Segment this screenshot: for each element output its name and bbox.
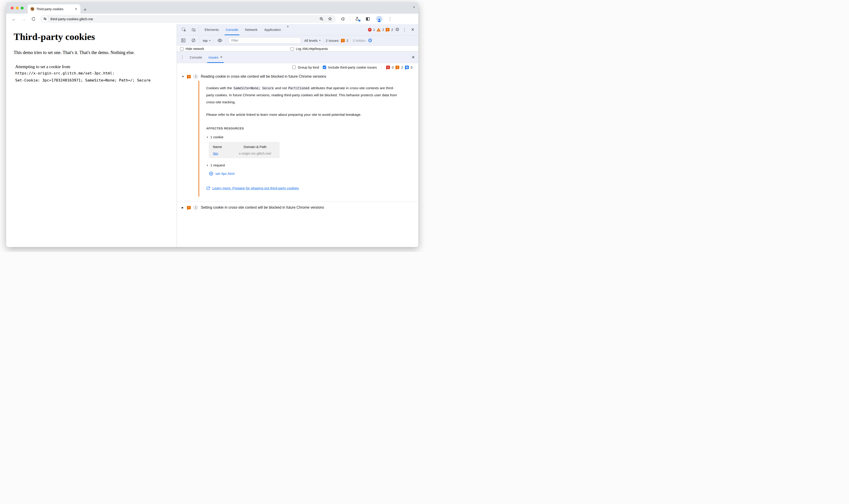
issue-title: Reading cookie in cross-site context wil…	[201, 74, 326, 78]
filter-input[interactable]	[229, 37, 301, 44]
minimize-window-button[interactable]	[16, 6, 19, 10]
drawer-menu-icon[interactable]: ⋮	[178, 55, 187, 60]
device-toolbar-icon[interactable]	[189, 27, 198, 32]
issue-row-reading-cookie[interactable]: ▼ ! 1 Reading cookie in cross-site conte…	[177, 71, 418, 81]
breaking-change-icon: !	[187, 206, 191, 209]
checkbox-icon[interactable]	[180, 47, 183, 51]
profile-avatar[interactable]	[374, 16, 385, 22]
webpage-viewport: Third-party cookies This demo tries to s…	[6, 24, 177, 247]
url-bar[interactable]: third-party-cookies.glitch.me	[40, 15, 336, 23]
console-toolbar-divider4	[323, 37, 324, 43]
tab-title: Third-party cookies	[36, 7, 72, 11]
checkbox-icon[interactable]	[292, 66, 296, 69]
context-selector[interactable]: top ▾	[202, 39, 211, 42]
hide-network-checkbox[interactable]: Hide network	[180, 47, 204, 51]
chevron-down-icon: ▾	[209, 39, 211, 42]
group-by-kind-checkbox[interactable]: Group by kind	[292, 66, 319, 69]
browser-tab[interactable]: Third-party cookies ×	[28, 4, 81, 14]
issue-detail-body: Cookies with the SameSite=None; Secure a…	[198, 81, 410, 197]
drawer-tab-issues[interactable]: Issues ×	[205, 52, 226, 63]
hide-network-label: Hide network	[185, 47, 204, 51]
issues-icon: !	[386, 28, 390, 31]
include-third-party-checkbox[interactable]: Include third-party cookie issues	[323, 66, 377, 69]
improvement-count: 0	[411, 66, 412, 69]
cookie-name-link[interactable]: 3pc	[213, 151, 218, 155]
page-error-icon: ×	[386, 66, 390, 69]
devtools-panel: Elements Console Network Application » ×…	[177, 24, 418, 247]
drawer-close-icon[interactable]: ×	[410, 55, 417, 60]
checkbox-icon[interactable]	[290, 47, 294, 51]
learn-more-link[interactable]: Learn more: Prepare for phasing out thir…	[206, 186, 399, 190]
tabbar-divider	[199, 27, 199, 33]
devtools-status-badges[interactable]: × 1 ! 2 ! 2	[368, 28, 393, 32]
console-sidebar-icon[interactable]	[179, 38, 188, 43]
live-expression-eye-icon[interactable]	[215, 38, 224, 43]
toolbar-divider	[350, 16, 350, 21]
page-error-count: 0	[392, 66, 394, 69]
traffic-lights	[11, 2, 24, 14]
external-link-icon	[206, 186, 210, 190]
zoom-window-button[interactable]	[21, 6, 24, 10]
side-panel-icon[interactable]	[363, 17, 372, 21]
code-secure: Secure	[262, 86, 274, 90]
devtools-menu-icon[interactable]: ⋮	[401, 27, 409, 32]
column-domain-path: Domain & Path	[235, 145, 276, 149]
code-partitioned: Partitioned	[288, 86, 310, 90]
request-file-label: set-3pc.html	[215, 172, 234, 176]
collapsed-triangle-icon[interactable]: ▶	[182, 206, 184, 209]
extensions-icon[interactable]	[338, 17, 348, 21]
flask-badge-dot	[358, 19, 361, 22]
checkbox-checked-icon[interactable]	[323, 66, 326, 69]
tab-elements[interactable]: Elements	[201, 24, 222, 35]
levels-value: All levels	[304, 39, 318, 42]
tab-network[interactable]: Network	[242, 24, 261, 35]
back-button[interactable]: ←	[10, 17, 18, 21]
expanded-triangle-icon[interactable]: ▼	[182, 75, 184, 78]
more-tabs-icon[interactable]: »	[284, 24, 291, 35]
breaking-change-icon: !	[187, 75, 191, 78]
affected-resources-heading: AFFECTED RESOURCES	[206, 127, 399, 130]
console-settings-icon[interactable]: ⚙	[368, 38, 372, 43]
drawer-tab-close-icon[interactable]: ×	[220, 55, 222, 59]
issue-count-pill: 1	[193, 205, 198, 210]
devtools-settings-icon[interactable]: ⚙	[395, 27, 400, 32]
reload-button[interactable]	[29, 17, 38, 21]
experiments-flask-icon[interactable]	[353, 17, 362, 21]
tab-close-icon[interactable]: ×	[74, 6, 78, 11]
tab-application[interactable]: Application	[261, 24, 284, 35]
warning-count: 2	[382, 28, 384, 32]
issue-description-2: Please refer to the article linked to le…	[206, 111, 399, 118]
clear-console-icon[interactable]	[190, 38, 198, 43]
new-tab-button[interactable]: +	[81, 7, 89, 14]
site-settings-icon[interactable]	[42, 16, 48, 22]
issues-counter-button[interactable]: 2 Issues: ! 2	[326, 39, 348, 42]
devtools-close-icon[interactable]: ×	[409, 27, 416, 32]
url-text[interactable]: third-party-cookies.glitch.me	[50, 17, 317, 21]
attempt-line: Attempting to set a cookie from	[15, 64, 177, 69]
drawer-tab-console[interactable]: Console	[187, 52, 205, 63]
hidden-messages-label[interactable]: 3 hidden	[353, 39, 366, 42]
console-toolbar: top ▾ All levels ▾ 2 Issues:	[177, 35, 418, 46]
browser-menu-icon[interactable]: ⋮	[386, 16, 394, 21]
close-window-button[interactable]	[11, 6, 14, 10]
browser-toolbar: ← → third-party-cookies.glitch.me	[6, 14, 418, 24]
cookie-group-toggle[interactable]: ▼ 1 cookie	[206, 135, 399, 139]
content-area: Third-party cookies This demo tries to s…	[6, 24, 418, 247]
warning-icon: !	[376, 28, 381, 32]
bookmark-star-icon[interactable]	[326, 17, 334, 21]
inspect-element-icon[interactable]	[180, 27, 188, 32]
breaking-change-count: 2	[401, 66, 403, 69]
log-levels-selector[interactable]: All levels ▾	[303, 39, 321, 42]
request-link[interactable]: set-3pc.html	[209, 172, 399, 176]
tab-search-icon[interactable]: ▾	[413, 5, 415, 9]
tab-console[interactable]: Console	[222, 24, 242, 35]
log-xhr-checkbox[interactable]: Log XMLHttpRequests	[290, 47, 328, 51]
issue-row-setting-cookie[interactable]: ▶ ! 1 Setting cookie in cross-site conte…	[177, 202, 418, 212]
request-group-label: 1 request	[210, 163, 225, 167]
set-cookie-line: Set-Cookie: 3pc=1703240163971; SameSite=…	[15, 78, 177, 83]
request-group-toggle[interactable]: ▼ 1 request	[206, 163, 399, 167]
affected-cookies-table: Name Domain & Path 3pc x-origin-src.glit…	[209, 142, 280, 158]
network-request-icon	[209, 172, 213, 176]
devtools-tabs: Elements Console Network Application »	[201, 24, 291, 35]
zoom-page-icon[interactable]	[317, 17, 326, 21]
